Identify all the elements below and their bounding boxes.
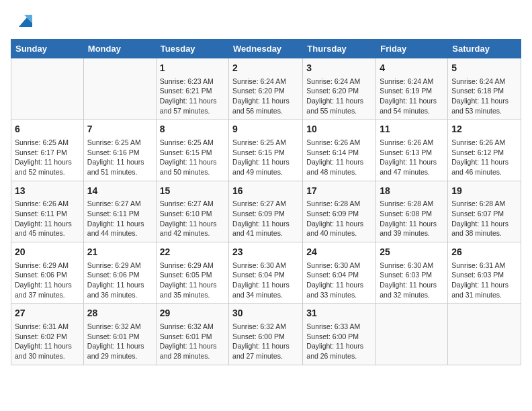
calendar-cell: 3Sunrise: 6:24 AMSunset: 6:20 PMDaylight… xyxy=(303,58,376,120)
day-number: 18 xyxy=(380,185,444,198)
day-number: 14 xyxy=(87,185,152,198)
day-number: 12 xyxy=(451,123,517,136)
calendar-table: SundayMondayTuesdayWednesdayThursdayFrid… xyxy=(11,39,521,365)
calendar-cell: 23Sunrise: 6:30 AMSunset: 6:04 PMDayligh… xyxy=(229,242,303,304)
calendar-cell: 17Sunrise: 6:28 AMSunset: 6:09 PMDayligh… xyxy=(303,181,376,242)
day-number: 29 xyxy=(160,307,225,320)
calendar-cell: 4Sunrise: 6:24 AMSunset: 6:19 PMDaylight… xyxy=(376,58,448,120)
day-number: 7 xyxy=(87,123,152,136)
cell-info: Sunrise: 6:29 AMSunset: 6:06 PMDaylight:… xyxy=(87,261,152,300)
day-number: 17 xyxy=(306,185,372,198)
cell-info: Sunrise: 6:32 AMSunset: 6:01 PMDaylight:… xyxy=(87,322,152,361)
calendar-cell: 25Sunrise: 6:30 AMSunset: 6:03 PMDayligh… xyxy=(376,242,448,304)
cell-info: Sunrise: 6:32 AMSunset: 6:01 PMDaylight:… xyxy=(160,322,225,361)
cell-info: Sunrise: 6:30 AMSunset: 6:04 PMDaylight:… xyxy=(306,261,372,300)
calendar-cell: 28Sunrise: 6:32 AMSunset: 6:01 PMDayligh… xyxy=(83,304,156,365)
header-day-saturday: Saturday xyxy=(448,40,521,58)
cell-info: Sunrise: 6:24 AMSunset: 6:19 PMDaylight:… xyxy=(380,77,444,116)
calendar-week-row: 1Sunrise: 6:23 AMSunset: 6:21 PMDaylight… xyxy=(11,58,521,120)
calendar-week-row: 13Sunrise: 6:26 AMSunset: 6:11 PMDayligh… xyxy=(11,181,521,242)
calendar-cell: 18Sunrise: 6:28 AMSunset: 6:08 PMDayligh… xyxy=(376,181,448,242)
calendar-cell: 1Sunrise: 6:23 AMSunset: 6:21 PMDaylight… xyxy=(156,58,228,120)
calendar-cell: 19Sunrise: 6:28 AMSunset: 6:07 PMDayligh… xyxy=(448,181,521,242)
cell-info: Sunrise: 6:24 AMSunset: 6:20 PMDaylight:… xyxy=(306,77,372,116)
page-header xyxy=(11,11,521,32)
cell-info: Sunrise: 6:25 AMSunset: 6:17 PMDaylight:… xyxy=(15,138,80,177)
day-number: 6 xyxy=(15,123,80,136)
day-number: 23 xyxy=(232,246,299,259)
cell-info: Sunrise: 6:31 AMSunset: 6:02 PMDaylight:… xyxy=(15,322,80,361)
cell-info: Sunrise: 6:32 AMSunset: 6:00 PMDaylight:… xyxy=(232,322,299,361)
cell-info: Sunrise: 6:31 AMSunset: 6:03 PMDaylight:… xyxy=(451,261,517,300)
calendar-cell: 13Sunrise: 6:26 AMSunset: 6:11 PMDayligh… xyxy=(11,181,84,242)
header-day-wednesday: Wednesday xyxy=(229,40,303,58)
calendar-cell: 21Sunrise: 6:29 AMSunset: 6:06 PMDayligh… xyxy=(83,242,156,304)
calendar-cell: 22Sunrise: 6:29 AMSunset: 6:05 PMDayligh… xyxy=(156,242,228,304)
calendar-cell: 5Sunrise: 6:24 AMSunset: 6:18 PMDaylight… xyxy=(448,58,521,120)
calendar-cell: 16Sunrise: 6:27 AMSunset: 6:09 PMDayligh… xyxy=(229,181,303,242)
logo-icon xyxy=(13,11,35,32)
day-number: 28 xyxy=(87,307,152,320)
cell-info: Sunrise: 6:26 AMSunset: 6:11 PMDaylight:… xyxy=(15,199,80,238)
cell-info: Sunrise: 6:29 AMSunset: 6:05 PMDaylight:… xyxy=(160,261,225,300)
calendar-cell: 24Sunrise: 6:30 AMSunset: 6:04 PMDayligh… xyxy=(303,242,376,304)
calendar-cell: 15Sunrise: 6:27 AMSunset: 6:10 PMDayligh… xyxy=(156,181,228,242)
cell-info: Sunrise: 6:27 AMSunset: 6:09 PMDaylight:… xyxy=(232,199,299,238)
day-number: 22 xyxy=(160,246,225,259)
cell-info: Sunrise: 6:27 AMSunset: 6:11 PMDaylight:… xyxy=(87,199,152,238)
day-number: 8 xyxy=(160,123,225,136)
calendar-cell: 12Sunrise: 6:26 AMSunset: 6:12 PMDayligh… xyxy=(448,120,521,181)
day-number: 20 xyxy=(15,246,80,259)
header-day-friday: Friday xyxy=(376,40,448,58)
cell-info: Sunrise: 6:26 AMSunset: 6:12 PMDaylight:… xyxy=(451,138,517,177)
day-number: 4 xyxy=(380,62,444,75)
day-number: 13 xyxy=(15,185,80,198)
day-number: 24 xyxy=(306,246,372,259)
day-number: 16 xyxy=(232,185,299,198)
calendar-cell: 14Sunrise: 6:27 AMSunset: 6:11 PMDayligh… xyxy=(83,181,156,242)
calendar-cell: 7Sunrise: 6:25 AMSunset: 6:16 PMDaylight… xyxy=(83,120,156,181)
header-day-thursday: Thursday xyxy=(303,40,376,58)
logo xyxy=(11,11,35,32)
cell-info: Sunrise: 6:23 AMSunset: 6:21 PMDaylight:… xyxy=(160,77,225,116)
day-number: 15 xyxy=(160,185,225,198)
day-number: 9 xyxy=(232,123,299,136)
calendar-cell xyxy=(11,58,84,120)
cell-info: Sunrise: 6:30 AMSunset: 6:04 PMDaylight:… xyxy=(232,261,299,300)
header-day-monday: Monday xyxy=(83,40,156,58)
day-number: 1 xyxy=(160,62,225,75)
calendar-cell xyxy=(376,304,448,365)
cell-info: Sunrise: 6:26 AMSunset: 6:13 PMDaylight:… xyxy=(380,138,444,177)
calendar-cell xyxy=(448,304,521,365)
cell-info: Sunrise: 6:26 AMSunset: 6:14 PMDaylight:… xyxy=(306,138,372,177)
cell-info: Sunrise: 6:33 AMSunset: 6:00 PMDaylight:… xyxy=(306,322,372,361)
calendar-cell: 9Sunrise: 6:25 AMSunset: 6:15 PMDaylight… xyxy=(229,120,303,181)
day-number: 10 xyxy=(306,123,372,136)
cell-info: Sunrise: 6:25 AMSunset: 6:16 PMDaylight:… xyxy=(87,138,152,177)
calendar-week-row: 27Sunrise: 6:31 AMSunset: 6:02 PMDayligh… xyxy=(11,304,521,365)
header-day-sunday: Sunday xyxy=(11,40,84,58)
calendar-cell xyxy=(83,58,156,120)
day-number: 31 xyxy=(306,307,372,320)
cell-info: Sunrise: 6:28 AMSunset: 6:09 PMDaylight:… xyxy=(306,199,372,238)
calendar-week-row: 6Sunrise: 6:25 AMSunset: 6:17 PMDaylight… xyxy=(11,120,521,181)
cell-info: Sunrise: 6:27 AMSunset: 6:10 PMDaylight:… xyxy=(160,199,225,238)
calendar-cell: 31Sunrise: 6:33 AMSunset: 6:00 PMDayligh… xyxy=(303,304,376,365)
cell-info: Sunrise: 6:29 AMSunset: 6:06 PMDaylight:… xyxy=(15,261,80,300)
day-number: 25 xyxy=(380,246,444,259)
day-number: 26 xyxy=(451,246,517,259)
day-number: 2 xyxy=(232,62,299,75)
day-number: 11 xyxy=(380,123,444,136)
cell-info: Sunrise: 6:28 AMSunset: 6:07 PMDaylight:… xyxy=(451,199,517,238)
cell-info: Sunrise: 6:24 AMSunset: 6:20 PMDaylight:… xyxy=(232,77,299,116)
cell-info: Sunrise: 6:28 AMSunset: 6:08 PMDaylight:… xyxy=(380,199,444,238)
calendar-cell: 10Sunrise: 6:26 AMSunset: 6:14 PMDayligh… xyxy=(303,120,376,181)
calendar-header-row: SundayMondayTuesdayWednesdayThursdayFrid… xyxy=(11,40,521,58)
cell-info: Sunrise: 6:24 AMSunset: 6:18 PMDaylight:… xyxy=(451,77,517,116)
day-number: 3 xyxy=(306,62,372,75)
calendar-cell: 11Sunrise: 6:26 AMSunset: 6:13 PMDayligh… xyxy=(376,120,448,181)
cell-info: Sunrise: 6:25 AMSunset: 6:15 PMDaylight:… xyxy=(160,138,225,177)
cell-info: Sunrise: 6:25 AMSunset: 6:15 PMDaylight:… xyxy=(232,138,299,177)
calendar-cell: 29Sunrise: 6:32 AMSunset: 6:01 PMDayligh… xyxy=(156,304,228,365)
day-number: 27 xyxy=(15,307,80,320)
